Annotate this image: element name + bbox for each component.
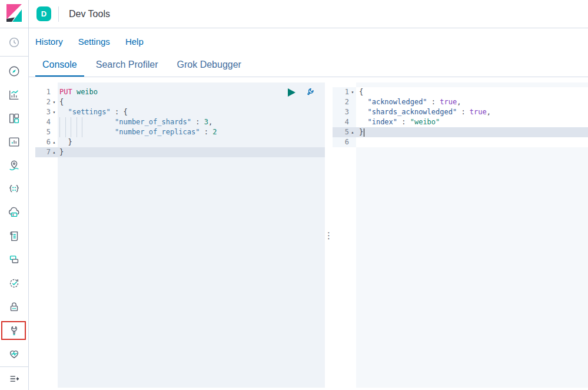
response-line-5: 5▴}	[333, 127, 588, 137]
request-actions	[286, 88, 315, 98]
console-app: 1PUT weibo2▾{3▾ "settings" : {4"number_o…	[35, 82, 588, 388]
space-avatar[interactable]: D	[36, 6, 51, 21]
gutter-cell: 3▾	[35, 107, 58, 117]
gutter-cell: 5	[35, 127, 58, 137]
sidebar-item-dev-tools[interactable]	[0, 319, 28, 342]
code-line[interactable]: }	[356, 127, 588, 137]
text-cursor	[364, 128, 365, 137]
devtools-top-nav: HistorySettingsHelp	[29, 28, 588, 54]
gutter-cell: 3	[333, 107, 356, 117]
page-title: Dev Tools	[69, 9, 110, 19]
wrench-icon	[8, 324, 21, 337]
code-line[interactable]: PUT weibo	[58, 87, 325, 97]
send-request-button[interactable]	[286, 88, 297, 98]
wrench-icon	[304, 87, 315, 100]
line-number: 4	[333, 117, 349, 127]
devtools-tabs: ConsoleSearch ProfilerGrok Debugger	[29, 54, 588, 77]
line-number: 2	[333, 97, 349, 107]
response-viewer[interactable]: 1▾{2 "acknowledged" : true,3 "shards_ack…	[333, 82, 588, 388]
line-number: 5	[333, 127, 349, 137]
kibana-logo-icon	[6, 4, 22, 24]
heartbeat-icon	[8, 348, 21, 361]
line-number: 3	[333, 107, 349, 117]
code-line[interactable]: "number_of_replicas" : 2	[58, 127, 325, 137]
bar-chart-icon	[8, 88, 21, 101]
response-line-2: 2 "acknowledged" : true,	[333, 97, 588, 107]
sidebar-item-dashboard[interactable]	[0, 107, 28, 130]
tab-grok-debugger[interactable]: Grok Debugger	[170, 54, 248, 77]
sidebar-item-apm[interactable]	[0, 248, 28, 272]
machine-learning-icon	[8, 183, 21, 196]
logs-scroll-icon	[8, 230, 21, 243]
nav-link-settings[interactable]: Settings	[78, 37, 110, 47]
response-line-3: 3 "shards_acknowledged" : true,	[333, 107, 588, 117]
code-line[interactable]: "shards_acknowledged" : true,	[356, 107, 588, 117]
kibana-app: D Dev Tools HistorySettingsHelp ConsoleS…	[0, 0, 588, 390]
fold-down-icon[interactable]: ▾	[349, 87, 356, 97]
gutter-cell: 6▴	[35, 137, 58, 147]
response-line-6: 6	[333, 137, 588, 147]
code-line[interactable]: }	[58, 147, 325, 157]
indent-guides	[59, 117, 84, 127]
sidebar-item-siem[interactable]	[0, 295, 28, 319]
nav-link-help[interactable]: Help	[125, 37, 144, 47]
request-line-3: 3▾ "settings" : {	[35, 107, 325, 117]
code-line[interactable]: "number_of_shards" : 3,	[58, 117, 325, 127]
gutter-cell: 5▴	[333, 127, 356, 137]
sidebar-item-uptime[interactable]	[0, 272, 28, 295]
code-line[interactable]: "index" : "weibo"	[356, 117, 588, 127]
top-bar: D Dev Tools	[0, 0, 588, 28]
line-number: 3	[35, 107, 51, 117]
code-line[interactable]	[356, 137, 588, 147]
fold-down-icon[interactable]: ▾	[51, 97, 58, 107]
sidebar-item-maps[interactable]	[0, 154, 28, 177]
code-line[interactable]: }	[58, 137, 325, 147]
sidebar-item-discover[interactable]	[0, 60, 28, 83]
code-line[interactable]: {	[356, 87, 588, 97]
indent-guides	[59, 127, 84, 137]
request-options-button[interactable]	[304, 88, 315, 98]
code-line[interactable]: {	[58, 97, 325, 107]
cloud-server-icon	[8, 206, 21, 219]
request-editor[interactable]: 1PUT weibo2▾{3▾ "settings" : {4"number_o…	[35, 82, 325, 388]
sidebar-item-infrastructure[interactable]	[0, 201, 28, 224]
code-line[interactable]: "settings" : {	[58, 107, 325, 117]
fold-up-icon[interactable]: ▴	[349, 127, 356, 137]
request-line-5: 5"number_of_replicas" : 2	[35, 127, 325, 137]
tab-search-profiler[interactable]: Search Profiler	[89, 54, 165, 77]
sidebar-item-canvas[interactable]	[0, 130, 28, 154]
gutter-cell: 4	[35, 117, 58, 127]
request-line-6: 6▴ }	[35, 137, 325, 147]
request-line-1: 1PUT weibo	[35, 87, 325, 97]
sidebar-item-logs[interactable]	[0, 224, 28, 248]
line-number: 4	[35, 117, 51, 127]
sidebar-item-machine-learning[interactable]	[0, 177, 28, 201]
line-number: 1	[35, 87, 51, 97]
response-line-1: 1▾{	[333, 87, 588, 97]
request-line-7: 7▴}	[35, 147, 325, 157]
tab-console[interactable]: Console	[35, 54, 84, 77]
panel-resize-handle[interactable]: ⋮	[325, 82, 333, 388]
sidebar-item-recently-viewed[interactable]	[0, 31, 28, 54]
code-line[interactable]: "acknowledged" : true,	[356, 97, 588, 107]
app-sidebar	[0, 28, 29, 390]
drag-dots-icon: ⋮	[324, 231, 333, 240]
fold-up-icon[interactable]: ▴	[51, 147, 58, 157]
fold-up-icon[interactable]: ▴	[51, 137, 58, 147]
line-number: 2	[35, 97, 51, 107]
request-line-4: 4"number_of_shards" : 3,	[35, 117, 325, 127]
sidebar-item-collapse-nav[interactable]	[0, 367, 28, 390]
gutter-cell: 6	[333, 137, 356, 147]
kibana-logo[interactable]	[0, 0, 29, 28]
sidebar-item-stack-monitoring[interactable]	[0, 342, 28, 366]
gutter-cell: 4	[333, 117, 356, 127]
collapse-menu-icon	[8, 372, 21, 385]
line-number: 1	[333, 87, 349, 97]
nav-link-history[interactable]: History	[35, 37, 63, 47]
sidebar-item-visualize[interactable]	[0, 83, 28, 107]
lock-icon	[8, 300, 21, 313]
canvas-icon	[8, 135, 21, 148]
uptime-check-icon	[8, 277, 21, 290]
fold-down-icon[interactable]: ▾	[51, 107, 58, 117]
dashboard-icon	[8, 112, 21, 125]
